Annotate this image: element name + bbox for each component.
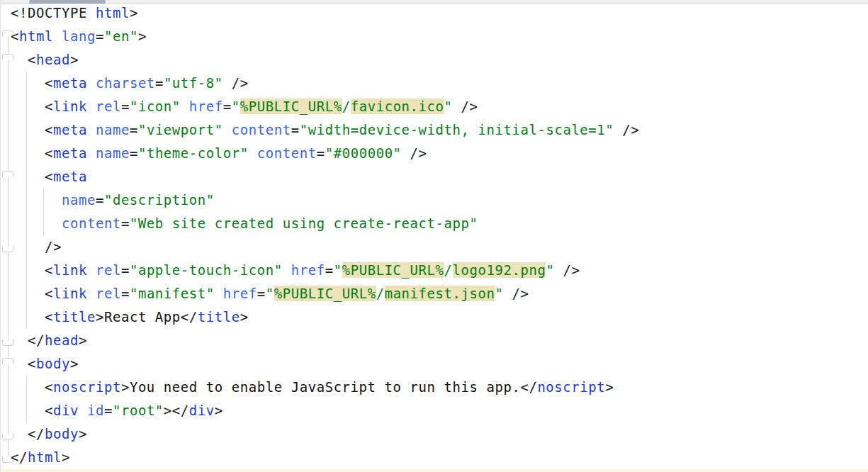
code-token: "width=device-width, initial-scale=1": [300, 122, 614, 137]
code-token: rel: [96, 262, 121, 278]
code-token: <: [45, 145, 53, 161]
code-token: >: [605, 379, 614, 395]
code-token: link: [53, 99, 87, 114]
code-token: </: [28, 426, 45, 442]
code-token: [87, 5, 96, 21]
code-line[interactable]: <link rel="manifest" href="%PUBLIC_URL%/…: [11, 282, 868, 305]
code-token: [53, 28, 62, 44]
code-token: head: [36, 52, 70, 67]
code-token: <: [45, 122, 53, 137]
code-token: "apple-touch-icon": [130, 262, 283, 278]
code-token: [249, 145, 257, 161]
code-token: div: [189, 403, 215, 418]
code-token: [504, 286, 512, 301]
code-token: [87, 75, 96, 91]
code-line[interactable]: <link rel="icon" href="%PUBLIC_URL%/favi…: [11, 95, 868, 118]
code-token: "icon": [130, 99, 181, 114]
code-area[interactable]: <!DOCTYPE html><html lang="en"> <head> <…: [1, 1, 868, 469]
code-token: />: [410, 145, 427, 161]
code-token: ": [266, 286, 274, 301]
code-token: content: [232, 122, 291, 137]
code-token: >: [70, 356, 79, 371]
code-line[interactable]: <meta name="viewport" content="width=dev…: [11, 118, 868, 142]
code-token: />: [622, 122, 639, 137]
code-token: html: [28, 449, 62, 465]
code-line[interactable]: </head>: [11, 329, 868, 352]
code-token: content: [62, 215, 121, 231]
code-line[interactable]: />: [11, 235, 868, 259]
code-token: />: [563, 262, 580, 278]
code-token: "en": [104, 28, 138, 44]
code-token: [11, 52, 28, 67]
code-token: [554, 262, 563, 278]
code-token: [11, 239, 45, 254]
code-line[interactable]: <div id="root"></div>: [11, 399, 868, 422]
code-token: content: [257, 145, 317, 161]
code-token: <: [45, 169, 53, 184]
code-line[interactable]: <body>: [11, 352, 868, 376]
code-line[interactable]: <meta: [11, 165, 868, 189]
code-token: name: [96, 145, 130, 161]
code-token: link: [53, 286, 87, 301]
code-token: <: [45, 99, 53, 114]
code-token: html: [96, 5, 130, 21]
code-token: "viewport": [138, 122, 223, 137]
code-token: =: [291, 122, 300, 137]
code-token: />: [45, 239, 62, 254]
code-token: />: [461, 99, 478, 114]
code-token: head: [45, 332, 79, 348]
code-token: /: [444, 262, 453, 278]
code-token: /: [342, 99, 351, 114]
code-token: [283, 262, 291, 278]
code-line[interactable]: </html>: [11, 446, 868, 469]
code-token: title: [53, 309, 96, 325]
code-token: [87, 122, 96, 137]
code-token: [11, 215, 62, 231]
code-line[interactable]: </body>: [11, 422, 868, 446]
code-line[interactable]: <html lang="en">: [11, 25, 868, 48]
code-token: [87, 262, 96, 278]
template-token-highlight: %PUBLIC_URL%: [342, 262, 444, 278]
code-token: </: [520, 379, 537, 395]
code-token: [79, 403, 87, 418]
code-line[interactable]: content="Web site created using create-r…: [11, 212, 868, 235]
code-token: [181, 99, 189, 114]
code-token: "utf-8": [164, 75, 223, 91]
code-token: [87, 286, 96, 301]
code-token: =: [121, 215, 130, 231]
code-token: >: [121, 379, 130, 395]
code-token: body: [45, 426, 79, 442]
code-line[interactable]: <head>: [11, 48, 868, 72]
code-line[interactable]: <noscript>You need to enable JavaScript …: [11, 376, 868, 399]
code-token: div: [53, 403, 79, 418]
code-token: </: [181, 309, 198, 325]
template-token-highlight: logo192.png: [453, 262, 546, 278]
code-token: ": [546, 262, 554, 278]
editor-window: { "editor": { "language": "html", "file_…: [0, 0, 868, 472]
code-line[interactable]: <link rel="apple-touch-icon" href="%PUBL…: [11, 259, 868, 282]
code-token: =: [155, 75, 164, 91]
code-token: You need to enable JavaScript to run thi…: [130, 379, 521, 395]
code-token: <: [45, 309, 53, 325]
code-token: <: [45, 403, 53, 418]
code-line[interactable]: name="description": [11, 189, 868, 212]
code-token: >: [70, 52, 79, 67]
code-token: [614, 122, 622, 137]
code-line[interactable]: <!DOCTYPE html>: [11, 1, 868, 25]
code-token: >: [79, 426, 87, 442]
code-token: id: [87, 403, 104, 418]
code-token: >: [96, 309, 104, 325]
code-token: <!: [11, 5, 28, 21]
code-token: [223, 75, 232, 91]
code-token: "#000000": [325, 145, 402, 161]
code-token: >: [215, 403, 223, 418]
code-line[interactable]: <meta name="theme-color" content="#00000…: [11, 142, 868, 165]
code-line[interactable]: <meta charset="utf-8" />: [11, 72, 868, 95]
code-token: />: [512, 286, 529, 301]
code-token: name: [96, 122, 130, 137]
code-line[interactable]: <title>React App</title>: [11, 305, 868, 329]
code-token: =: [317, 145, 325, 161]
code-token: [11, 379, 45, 395]
code-token: href: [189, 99, 223, 114]
code-token: meta: [53, 169, 87, 184]
